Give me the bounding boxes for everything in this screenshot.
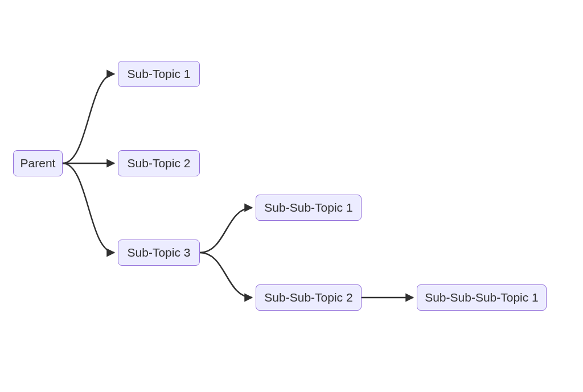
node-parent: Parent bbox=[13, 150, 63, 176]
edge-parent-to-sub3 bbox=[63, 163, 114, 253]
node-sss1: Sub-Sub-Sub-Topic 1 bbox=[417, 284, 547, 311]
edge-parent-to-sub1 bbox=[63, 74, 114, 163]
node-ss1: Sub-Sub-Topic 1 bbox=[256, 195, 362, 221]
edge-sub3-to-ss1 bbox=[200, 208, 252, 253]
node-sub3: Sub-Topic 3 bbox=[118, 240, 200, 266]
edge-sub3-to-ss2 bbox=[200, 253, 252, 298]
node-sub2: Sub-Topic 2 bbox=[118, 150, 200, 176]
node-ss2: Sub-Sub-Topic 2 bbox=[256, 284, 362, 311]
node-sub1: Sub-Topic 1 bbox=[118, 61, 200, 87]
